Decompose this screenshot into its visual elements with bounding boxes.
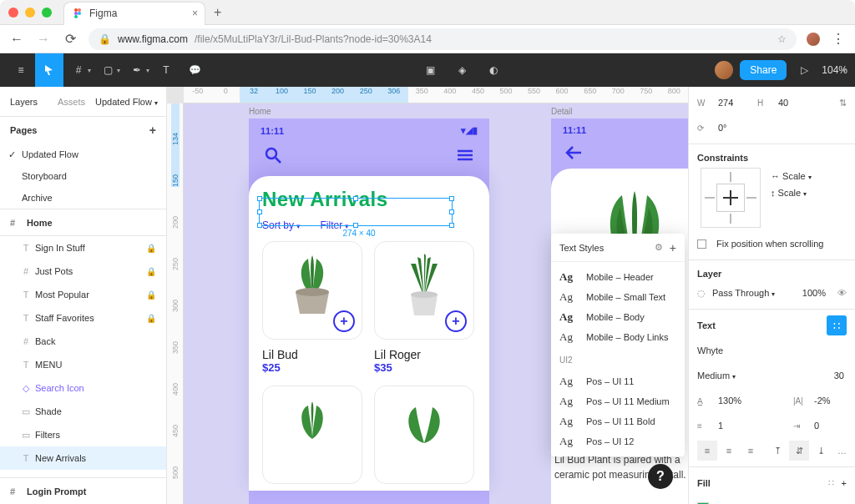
rotation-input[interactable] [716, 118, 751, 137]
frame-label-detail[interactable]: Detail [551, 107, 573, 116]
user-avatar[interactable] [715, 61, 733, 79]
minimize-window-button[interactable] [25, 8, 35, 18]
tab-assets[interactable]: Assets [48, 97, 95, 107]
comment-tool[interactable]: 💬 [180, 53, 209, 87]
text-style-item[interactable]: AgPos – UI 11 Medium [551, 391, 685, 411]
share-button[interactable]: Share [740, 60, 787, 80]
constraint-v-select[interactable]: ↕ Scale ▾ [771, 188, 812, 198]
layer-item[interactable]: TMost Popular🔒 [0, 283, 166, 306]
back-button[interactable]: ← [8, 32, 25, 47]
constraint-h-select[interactable]: ↔ Scale ▾ [771, 171, 812, 181]
font-family-select[interactable]: Whyte [697, 345, 723, 355]
add-to-cart-button[interactable]: + [445, 310, 467, 332]
text-tool[interactable]: T [152, 53, 180, 87]
menu-icon[interactable] [456, 149, 474, 162]
text-style-toggle[interactable]: ∷ [827, 315, 847, 335]
profile-avatar[interactable] [807, 33, 820, 46]
page-item[interactable]: Updated Flow [0, 144, 166, 165]
lock-icon[interactable]: 🔒 [146, 244, 156, 253]
canvas-stage[interactable]: Home Detail 11:11 ▾◢▮ New Arrivals Sort … [184, 103, 688, 504]
align-top-button[interactable]: ⤒ [767, 441, 787, 461]
present-button[interactable]: ▷ [793, 53, 815, 87]
frame-row-login-prompt[interactable]: # Login Prompt [0, 477, 166, 504]
font-size-input[interactable] [812, 366, 847, 385]
align-middle-button[interactable]: ⇵ [789, 441, 809, 461]
selection-box[interactable] [259, 198, 453, 226]
product-card[interactable] [262, 386, 362, 484]
layer-item[interactable]: TSign In Stuff🔒 [0, 236, 166, 260]
product-card[interactable] [374, 386, 474, 484]
lock-icon[interactable]: 🔒 [146, 290, 156, 300]
frame-tool[interactable]: # [64, 53, 93, 87]
frame-header-row[interactable]: # Home [0, 209, 166, 236]
product-card[interactable]: + Lil Bud $25 [262, 241, 362, 374]
address-bar[interactable]: 🔒 www.figma.com/file/x5MuLtiPlaY3r/Lil-B… [89, 28, 797, 50]
pen-tool[interactable]: ✒ [123, 53, 151, 87]
text-style-item[interactable]: AgMobile – Body Links [551, 327, 685, 347]
page-item[interactable]: Archive [0, 187, 166, 209]
main-menu-button[interactable]: ≡ [7, 53, 35, 87]
text-style-item[interactable]: AgPos – UI 11 [551, 371, 685, 391]
browser-tab[interactable]: Figma × [63, 2, 205, 25]
page-dropdown[interactable]: Updated Flow ▾ [95, 97, 158, 107]
close-window-button[interactable] [8, 8, 18, 18]
text-style-item[interactable]: AgPos – UI 12 [551, 431, 685, 451]
align-bottom-button[interactable]: ⤓ [811, 441, 831, 461]
layer-item[interactable]: #Just Pots🔒 [0, 260, 166, 283]
move-tool[interactable] [35, 53, 63, 87]
add-style-button[interactable]: + [670, 241, 676, 255]
font-weight-select[interactable]: Medium ▾ [697, 370, 736, 381]
boolean-tool[interactable]: ▣ [416, 53, 444, 87]
align-center-button[interactable]: ≡ [719, 441, 739, 461]
page-item[interactable]: Storyboard [0, 165, 166, 187]
close-tab-icon[interactable]: × [192, 8, 198, 19]
layer-item[interactable]: ▭LilBudPlantBGColor🔒 [0, 470, 166, 477]
layer-item[interactable]: TNew Arrivals [0, 446, 166, 470]
fix-position-checkbox[interactable] [697, 239, 706, 249]
text-more-button[interactable]: … [837, 446, 848, 456]
text-style-item[interactable]: AgPos – UI 11 Bold [551, 411, 685, 431]
letter-spacing-input[interactable] [812, 391, 847, 410]
lock-icon[interactable]: 🔒 [146, 267, 156, 276]
lock-icon[interactable]: 🔒 [146, 314, 156, 323]
layer-item[interactable]: ▭Shade [0, 400, 166, 423]
text-style-item[interactable]: AgMobile – Small Text [551, 287, 685, 307]
layer-item[interactable]: ▭Filters [0, 423, 166, 446]
visibility-icon[interactable]: 👁 [837, 288, 847, 298]
shape-tool[interactable]: ▢ [94, 53, 122, 87]
lock-icon[interactable]: 🔒 [146, 477, 156, 478]
align-left-button[interactable]: ≡ [697, 441, 717, 461]
opacity-input[interactable]: 100% [802, 288, 826, 298]
line-height-input[interactable] [716, 391, 751, 410]
layer-item[interactable]: TStaff Favorites🔒 [0, 306, 166, 330]
text-style-item[interactable]: AgMobile – Header [551, 267, 685, 287]
bookmark-star-icon[interactable]: ☆ [777, 33, 787, 45]
component-tool[interactable]: ◈ [448, 53, 476, 87]
width-input[interactable] [716, 93, 751, 112]
constraints-control[interactable] [701, 168, 761, 228]
back-arrow-icon[interactable] [564, 145, 583, 160]
add-to-cart-button[interactable]: + [333, 310, 355, 332]
reload-button[interactable]: ⟳ [62, 31, 78, 47]
text-style-item[interactable]: AgMobile – Body [551, 307, 685, 327]
paragraph-indent-input[interactable] [812, 416, 847, 435]
paragraph-spacing-input[interactable] [716, 416, 751, 435]
frame-label-home[interactable]: Home [249, 107, 271, 116]
height-input[interactable] [776, 93, 811, 112]
settings-icon[interactable]: ⚙ [655, 242, 663, 253]
fill-styles-button[interactable]: ∷ [828, 478, 836, 488]
search-icon[interactable] [264, 146, 282, 164]
layer-item[interactable]: TMENU [0, 353, 166, 376]
frame-home[interactable]: 11:11 ▾◢▮ New Arrivals Sort by Filter + … [249, 118, 489, 504]
canvas[interactable]: -500321001502002503063504004505005506006… [167, 87, 688, 504]
tab-layers[interactable]: Layers [0, 97, 48, 107]
mask-tool[interactable]: ◐ [479, 53, 508, 87]
align-right-button[interactable]: ≡ [741, 441, 761, 461]
product-card[interactable]: + Lil Roger $35 [374, 241, 474, 374]
blend-mode-select[interactable]: Pass Through ▾ [712, 288, 775, 298]
chevron-down-icon[interactable]: ▾ [842, 67, 846, 74]
new-tab-button[interactable]: + [214, 5, 221, 20]
layer-item[interactable]: #Back [0, 330, 166, 353]
maximize-window-button[interactable] [42, 8, 52, 18]
add-page-button[interactable]: + [149, 123, 156, 137]
